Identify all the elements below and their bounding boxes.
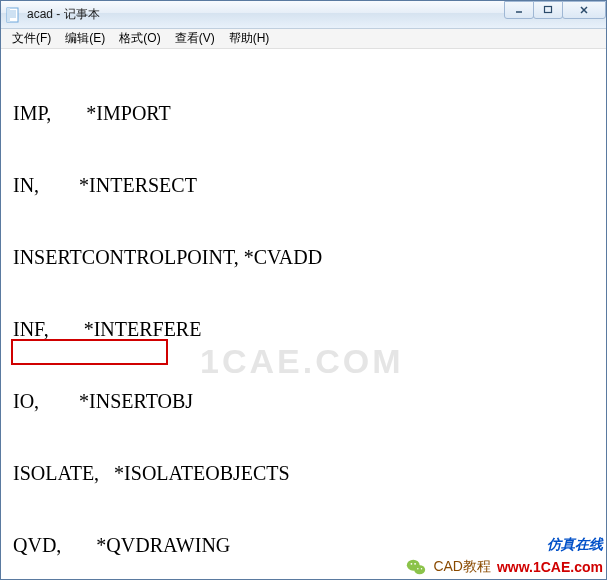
svg-point-14 <box>417 568 418 569</box>
svg-point-12 <box>411 563 413 565</box>
text-line: QVD, *QVDRAWING <box>13 533 604 557</box>
svg-point-15 <box>421 568 422 569</box>
highlight-rectangle <box>11 339 168 365</box>
svg-point-11 <box>415 565 426 574</box>
window-title: acad - 记事本 <box>27 6 100 23</box>
minimize-button[interactable] <box>504 1 534 19</box>
text-area[interactable]: IMP, *IMPORT IN, *INTERSECT INSERTCONTRO… <box>1 49 606 582</box>
text-line: INF, *INTERFERE <box>13 317 604 341</box>
window-controls <box>505 1 606 19</box>
menu-edit[interactable]: 编辑(E) <box>58 28 112 49</box>
text-line: IO, *INSERTOBJ <box>13 389 604 413</box>
wechat-icon <box>405 556 427 578</box>
svg-rect-7 <box>545 7 552 13</box>
titlebar[interactable]: acad - 记事本 <box>1 1 606 29</box>
menu-file[interactable]: 文件(F) <box>5 28 58 49</box>
menubar: 文件(F) 编辑(E) 格式(O) 查看(V) 帮助(H) <box>1 29 606 49</box>
notepad-window: acad - 记事本 文件(F) 编辑(E) 格式(O) 查看(V) 帮助(H)… <box>0 0 607 580</box>
maximize-button[interactable] <box>533 1 563 19</box>
footer-text-3: 仿真在线 <box>547 536 603 554</box>
text-line: INSERTCONTROLPOINT, *CVADD <box>13 245 604 269</box>
footer-overlay: CAD教程 www.1CAE.com 仿真在线 <box>405 556 603 578</box>
menu-help[interactable]: 帮助(H) <box>222 28 277 49</box>
footer-text-1: CAD教程 <box>433 558 491 576</box>
footer-url: www.1CAE.com <box>497 559 603 575</box>
svg-point-13 <box>415 563 417 565</box>
text-line: IN, *INTERSECT <box>13 173 604 197</box>
text-line: IMP, *IMPORT <box>13 101 604 125</box>
close-button[interactable] <box>562 1 606 19</box>
notepad-icon <box>5 7 21 23</box>
menu-view[interactable]: 查看(V) <box>168 28 222 49</box>
svg-rect-5 <box>7 8 10 22</box>
text-line: ISOLATE, *ISOLATEOBJECTS <box>13 461 604 485</box>
menu-format[interactable]: 格式(O) <box>112 28 167 49</box>
